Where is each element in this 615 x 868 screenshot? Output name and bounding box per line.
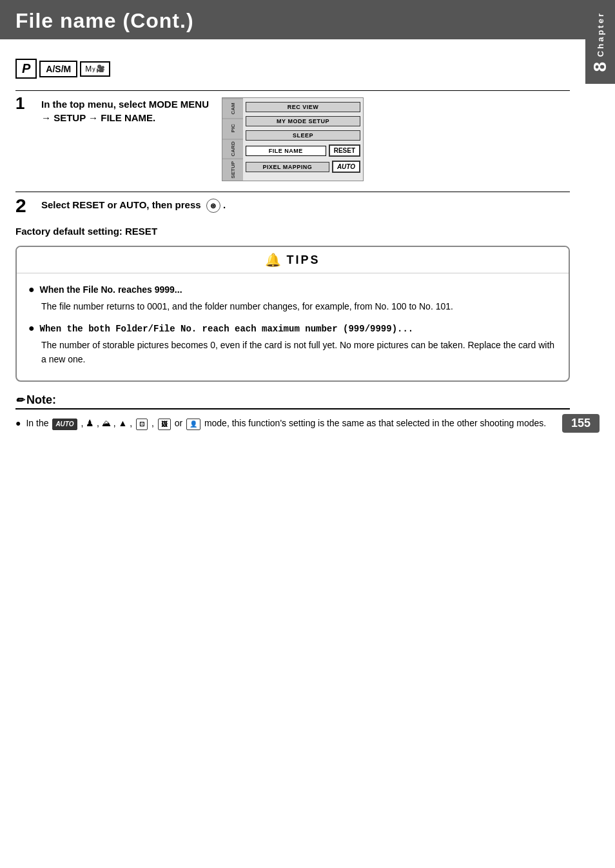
- main-content: P A/S/M My 🎥 1 In the top menu, select M…: [0, 39, 615, 444]
- page-title: File name (Cont.): [15, 9, 600, 33]
- note-text: In the AUTO , ♟ , ⛰ , ▲ , ⊡ , 🖼 or 👤 mod…: [26, 416, 546, 431]
- cam-menu-pixel-mapping: PIXEL MAPPING: [246, 162, 329, 172]
- step-1-text: In the top menu, select MODE MENU→ SETUP…: [41, 97, 209, 124]
- step-1-content: In the top menu, select MODE MENU→ SETUP…: [41, 97, 570, 181]
- divider-1: [15, 90, 570, 91]
- cam-menu-rec-view: REC VIEW: [246, 102, 360, 112]
- divider-2: [15, 192, 570, 192]
- note-mode-icon-1: ⊡: [136, 419, 148, 430]
- cam-sidebar-pic: PIC: [222, 118, 243, 138]
- tips-bullet-2-title-text: When the both Folder/File No. reach each…: [40, 324, 414, 334]
- cam-menu-auto-badge: AUTO: [332, 161, 360, 173]
- tips-title: TIPS: [286, 253, 320, 267]
- tips-content: ● When the File No. reaches 9999... The …: [17, 273, 569, 380]
- step-2-number: 2: [15, 196, 34, 215]
- tips-bullet-2-title: ● When the both Folder/File No. reach ea…: [28, 320, 557, 337]
- tips-box: 🔔 TIPS ● When the File No. reaches 9999.…: [15, 246, 570, 382]
- note-header: ✏ Note:: [15, 393, 570, 409]
- tips-bullet-2-text: The number of storable pictures becomes …: [41, 338, 557, 367]
- factory-default: Factory default setting: RESET: [15, 226, 570, 237]
- note-mode-icon-2: 🖼: [158, 419, 171, 430]
- tips-bullet-1-title: ● When the File No. reaches 9999...: [28, 281, 557, 298]
- step-1-number: 1: [15, 95, 34, 112]
- tips-bullet-1-title-text: When the File No. reaches 9999...: [40, 284, 182, 295]
- step-1: 1 In the top menu, select MODE MENU→ SET…: [15, 97, 570, 181]
- step-2-content: Select RESET or AUTO, then press ⊛ .: [41, 199, 570, 213]
- note-auto-icon: AUTO: [52, 419, 77, 430]
- cam-sidebar-cam: CAM: [222, 98, 243, 118]
- cam-menu-reset-badge: RESET: [329, 144, 360, 157]
- cam-sidebar-setup: SETUP: [222, 159, 243, 181]
- cam-sidebar-card: CARD: [222, 139, 243, 159]
- cam-menu-row-4: FILE NAME RESET: [243, 143, 363, 158]
- cam-menu-my-mode: MY MODE SETUP: [246, 116, 360, 126]
- cam-sidebar: CAM PIC CARD SETUP: [222, 98, 243, 181]
- cam-menu-sleep: SLEEP: [246, 130, 360, 141]
- step-2: 2 Select RESET or AUTO, then press ⊛ .: [15, 199, 570, 215]
- mode-my-icon: My 🎥: [80, 61, 110, 77]
- step-2-text: Select RESET or AUTO, then press ⊛ .: [41, 199, 570, 213]
- mode-icons-row: P A/S/M My 🎥: [15, 59, 570, 79]
- tips-icon: 🔔: [265, 252, 281, 268]
- tips-bullet-1-text: The file number returns to 0001, and the…: [41, 299, 557, 313]
- mode-asm-icon: A/S/M: [39, 61, 77, 77]
- note-section: ✏ Note: ● In the AUTO , ♟ , ⛰ , ▲ , ⊡ , …: [15, 393, 570, 431]
- camera-menu-image: CAM PIC CARD SETUP REC VIEW MY MODE SETU…: [222, 97, 364, 181]
- tips-bullet-2: ● When the both Folder/File No. reach ea…: [28, 320, 557, 366]
- note-content: ● In the AUTO , ♟ , ⛰ , ▲ , ⊡ , 🖼 or 👤 m…: [15, 416, 570, 431]
- page-number: 155: [562, 414, 600, 433]
- note-or-text: or: [175, 418, 182, 428]
- note-mode-icon-3: 👤: [186, 419, 200, 430]
- note-pencil-icon: ✏: [15, 394, 24, 406]
- note-title: Note:: [26, 393, 56, 407]
- cam-menu-row-3: SLEEP: [243, 129, 363, 142]
- tips-bullet-1: ● When the File No. reaches 9999... The …: [28, 281, 557, 313]
- step-1-body: In the top menu, select MODE MENU→ SETUP…: [41, 97, 570, 181]
- cam-menu-row-5: PIXEL MAPPING AUTO: [243, 159, 363, 174]
- factory-default-label: Factory default setting:: [15, 226, 122, 237]
- press-button-icon: ⊛: [206, 199, 220, 213]
- tips-header: 🔔 TIPS: [17, 247, 569, 273]
- cam-menu-row-2: MY MODE SETUP: [243, 115, 363, 128]
- note-bullet-1: ● In the AUTO , ♟ , ⛰ , ▲ , ⊡ , 🖼 or 👤 m…: [15, 416, 570, 431]
- page-header: File name (Cont.): [0, 0, 615, 39]
- cam-menu-list: REC VIEW MY MODE SETUP SLEEP FILE NAME R…: [243, 98, 363, 181]
- mode-p-icon: P: [15, 59, 37, 79]
- cam-menu-file-name: FILE NAME: [246, 146, 326, 156]
- cam-menu-row-1: REC VIEW: [243, 101, 363, 113]
- factory-default-value: RESET: [125, 226, 157, 237]
